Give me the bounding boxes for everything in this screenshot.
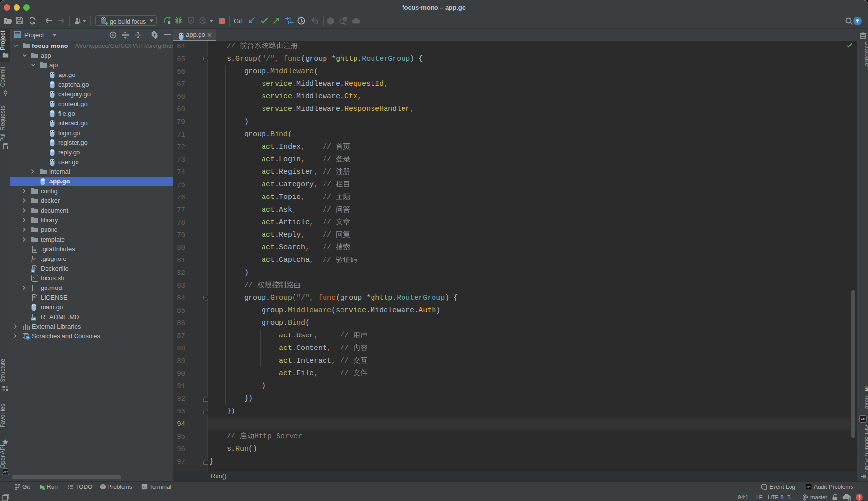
- svg-text:API: API: [3, 471, 8, 473]
- svg-text:MD: MD: [31, 318, 36, 320]
- svg-text:D: D: [32, 269, 34, 272]
- svg-text:API: API: [860, 418, 865, 421]
- svg-text:API: API: [806, 486, 811, 488]
- svg-text:?: ?: [846, 495, 848, 499]
